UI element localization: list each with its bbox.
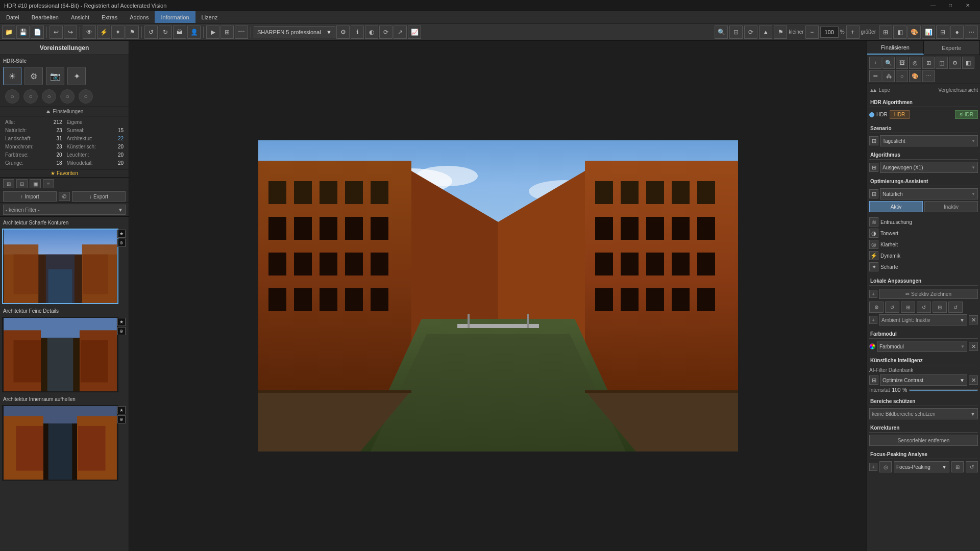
- preset-thumb-1[interactable]: ★ ⊕: [2, 229, 127, 304]
- local-tool-1[interactable]: ⚙: [869, 302, 884, 313]
- ambient-settings-btn[interactable]: ✕: [969, 315, 978, 324]
- zoom-input[interactable]: [820, 27, 839, 38]
- toolbar-person-btn[interactable]: 👤: [187, 26, 201, 39]
- preset-options-3[interactable]: ⊕: [117, 415, 126, 423]
- toolbar-sharpen-toggle[interactable]: ◐: [365, 26, 378, 39]
- stile-sub-2[interactable]: ○: [23, 89, 38, 104]
- rt-circle-btn[interactable]: ○: [896, 70, 908, 82]
- aktiv-btn[interactable]: Aktiv: [869, 201, 923, 212]
- farbmodul-remove-btn[interactable]: ✕: [969, 342, 978, 351]
- rt-compare-btn[interactable]: ◫: [936, 57, 948, 69]
- stile-sub-5[interactable]: ○: [79, 89, 93, 104]
- tab-finalisieren[interactable]: Finalisieren: [867, 41, 924, 55]
- import-btn[interactable]: ↑ Import: [3, 191, 57, 202]
- shdr-button[interactable]: sHDR: [955, 110, 978, 119]
- stile-icon-adjust[interactable]: ⚙: [24, 67, 43, 85]
- toolbar-layers-btn[interactable]: ◧: [893, 26, 906, 39]
- preset-options-1[interactable]: ⊕: [117, 239, 126, 247]
- toolbar-sharpen-reset[interactable]: ⟳: [379, 26, 393, 39]
- zoom-plus-btn[interactable]: +: [846, 26, 860, 39]
- preset-add-fav-3[interactable]: ★: [117, 406, 126, 414]
- thumb-grid-4[interactable]: ⊞: [3, 179, 14, 188]
- stile-sub-3[interactable]: ○: [42, 89, 56, 104]
- rt-grid-btn[interactable]: ⊞: [922, 57, 935, 69]
- toolbar-sharpen-info[interactable]: ℹ: [351, 26, 364, 39]
- inaktiv-btn[interactable]: Inaktiv: [924, 201, 978, 212]
- vergleichsansicht-label[interactable]: Vergleichsansicht: [938, 87, 978, 93]
- intensity-bar[interactable]: [909, 389, 978, 391]
- minimize-button[interactable]: —: [925, 0, 941, 11]
- toolbar-new-btn[interactable]: 📄: [31, 26, 44, 39]
- filter-select[interactable]: - keinen Filter - ▼: [3, 205, 126, 215]
- toolbar-frames-btn[interactable]: ⊞: [220, 26, 234, 39]
- local-tool-3[interactable]: ⊞: [901, 302, 915, 313]
- preset-options-2[interactable]: ⊕: [117, 327, 126, 335]
- stile-icon-star[interactable]: ✦: [67, 67, 86, 85]
- preset-add-fav-1[interactable]: ★: [117, 230, 126, 238]
- toolbar-histogram-btn[interactable]: 📊: [922, 26, 935, 39]
- zoom-fit-btn[interactable]: ⊡: [729, 26, 743, 39]
- focus-add-btn[interactable]: +: [869, 463, 877, 471]
- ambient-add-btn[interactable]: +: [869, 316, 877, 324]
- close-button[interactable]: ✕: [960, 0, 976, 11]
- toolbar-open-btn[interactable]: 📁: [2, 26, 15, 39]
- szenario-dropdown[interactable]: Tageslicht ▼: [880, 135, 978, 146]
- menu-bearbeiten[interactable]: Bearbeiten: [26, 11, 65, 23]
- rt-wand-btn[interactable]: ⁂: [883, 70, 895, 82]
- local-tool-4[interactable]: ↺: [917, 302, 931, 313]
- tab-experte[interactable]: Experte: [924, 41, 981, 55]
- menu-extras[interactable]: Extras: [95, 11, 124, 23]
- toolbar-play-btn[interactable]: ▶: [206, 26, 219, 39]
- rt-settings-btn[interactable]: ⚙: [949, 57, 961, 69]
- zoom-tools-btn[interactable]: 🔍: [715, 26, 728, 39]
- stile-icon-sun[interactable]: ☀: [3, 67, 21, 85]
- focus-settings-btn-1[interactable]: ⊞: [951, 461, 964, 472]
- toolbar-wave-btn[interactable]: 〰: [235, 26, 248, 39]
- opt-dropdown[interactable]: Natürlich ▼: [880, 188, 978, 199]
- toolbar-compare-btn[interactable]: ⚡: [97, 26, 110, 39]
- rt-add-btn[interactable]: +: [869, 57, 881, 69]
- import-at-btn[interactable]: @: [59, 192, 70, 201]
- toolbar-adjust-btn[interactable]: ✦: [111, 26, 125, 39]
- toolbar-save-btn[interactable]: 💾: [16, 26, 30, 39]
- toolbar-grid-btn[interactable]: ⊞: [879, 26, 892, 39]
- toolbar-split-btn[interactable]: ⊟: [936, 26, 949, 39]
- menu-ansicht[interactable]: Ansicht: [65, 11, 95, 23]
- lokale-add-btn[interactable]: +: [869, 290, 877, 298]
- preset-thumb-2[interactable]: ★ ⊕: [2, 317, 127, 392]
- stile-icon-camera[interactable]: 📷: [46, 67, 64, 85]
- preset-thumb-3[interactable]: ★ ⊕: [2, 405, 127, 481]
- rt-more-btn[interactable]: ⋯: [922, 70, 935, 82]
- toolbar-curve-btn[interactable]: 📈: [408, 26, 421, 39]
- preset-add-fav-2[interactable]: ★: [117, 318, 126, 326]
- focus-tool-btn[interactable]: ◎: [879, 461, 892, 472]
- zoom-mountain-btn[interactable]: ▲: [759, 26, 772, 39]
- stile-sub-4[interactable]: ○: [60, 89, 75, 104]
- thumb-grid-list[interactable]: ≡: [43, 179, 54, 188]
- favorites-bar[interactable]: ★ Favoriten: [0, 169, 129, 178]
- toolbar-mountain-btn[interactable]: 🏔: [173, 26, 186, 39]
- ki-remove-btn[interactable]: ✕: [969, 375, 978, 385]
- export-btn[interactable]: ↓ Export: [72, 191, 126, 202]
- toolbar-eye-btn[interactable]: 👁: [83, 26, 96, 39]
- menu-addons[interactable]: Addons: [124, 11, 155, 23]
- toolbar-more-btn[interactable]: ⋯: [965, 26, 978, 39]
- toolbar-palette-btn[interactable]: 🎨: [908, 26, 921, 39]
- rt-target-btn[interactable]: ◎: [909, 57, 921, 69]
- ambient-select[interactable]: Ambient Light: Inaktiv ▼: [879, 314, 967, 325]
- bereiche-select[interactable]: keine Bildbereiche schützen ▼: [869, 408, 978, 419]
- menu-datei[interactable]: Datei: [0, 11, 26, 23]
- algorithmus-dropdown[interactable]: Ausgewogen (X1) ▼: [880, 162, 978, 173]
- selektiv-btn[interactable]: ✏ Selektiv Zeichnen: [879, 289, 978, 299]
- toolbar-undo-btn[interactable]: ↩: [50, 26, 63, 39]
- toolbar-rotate-right-btn[interactable]: ↻: [159, 26, 172, 39]
- maximize-button[interactable]: □: [942, 0, 959, 11]
- local-tool-2[interactable]: ↺: [885, 302, 899, 313]
- radio-hdr[interactable]: [869, 112, 874, 117]
- menu-information[interactable]: Information: [155, 11, 195, 23]
- toolbar-sharpen-settings[interactable]: ⚙: [336, 26, 350, 39]
- toolbar-color-btn[interactable]: ●: [950, 26, 964, 39]
- rt-search-btn[interactable]: 🔍: [883, 57, 895, 69]
- farbmodul-dropdown[interactable]: Farbmodul ▼: [877, 341, 967, 352]
- rt-color-btn[interactable]: 🎨: [909, 70, 921, 82]
